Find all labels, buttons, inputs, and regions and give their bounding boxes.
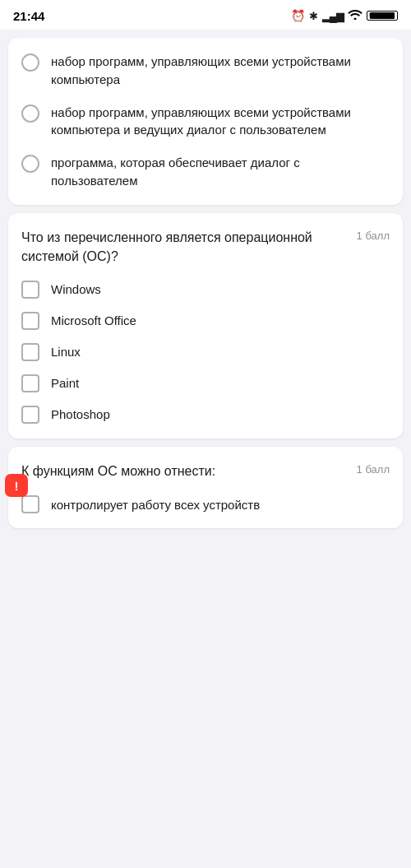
- checkbox-option-devices[interactable]: контролирует работу всех устройств: [21, 495, 390, 513]
- battery-icon: 53: [367, 11, 398, 21]
- signal-icon: ▂▄▆: [322, 10, 344, 22]
- checkbox-option-linux[interactable]: Linux: [21, 343, 390, 361]
- checkbox-paint[interactable]: [21, 374, 39, 392]
- radio-label-1: набор программ, управляющих всеми устрой…: [51, 53, 390, 89]
- radio-circle-1[interactable]: [21, 53, 39, 72]
- question-header: Что из перечисленного является операцион…: [21, 228, 390, 266]
- card-radio: набор программ, управляющих всеми устрой…: [8, 38, 403, 205]
- checkbox-label-photoshop: Photoshop: [51, 407, 110, 421]
- radio-circle-2[interactable]: [21, 104, 39, 123]
- checkbox-label-paint: Paint: [51, 376, 79, 390]
- question-header-3: К функциям ОС можно отнести: 1 балл: [21, 462, 390, 480]
- question-score-3: 1 балл: [357, 463, 390, 476]
- checkbox-option-paint[interactable]: Paint: [21, 374, 390, 392]
- alarm-icon: ⏰: [291, 9, 305, 22]
- radio-option-1[interactable]: набор программ, управляющих всеми устрой…: [21, 53, 390, 89]
- checkbox-windows[interactable]: [21, 281, 39, 299]
- wifi-icon: [348, 9, 363, 22]
- radio-label-3: программа, которая обеспечивает диалог с…: [51, 154, 390, 190]
- checkbox-photoshop[interactable]: [21, 406, 39, 424]
- radio-label-2: набор программ, управляющих всеми устрой…: [51, 104, 390, 140]
- checkbox-option-msoffice[interactable]: Microsoft Office: [21, 312, 390, 330]
- checkbox-label-linux: Linux: [51, 345, 81, 359]
- question-score: 1 балл: [357, 230, 390, 242]
- checkbox-option-windows[interactable]: Windows: [21, 281, 390, 299]
- checkbox-msoffice[interactable]: [21, 312, 39, 330]
- radio-option-3[interactable]: программа, которая обеспечивает диалог с…: [21, 154, 390, 190]
- checkbox-devices[interactable]: [21, 495, 39, 513]
- checkbox-label-devices: контролирует работу всех устройств: [51, 498, 260, 512]
- checkbox-label-windows: Windows: [51, 282, 101, 296]
- card-checkbox: Что из перечисленного является операцион…: [8, 213, 403, 439]
- alert-bubble: !: [5, 474, 28, 497]
- card-functions: ! К функциям ОС можно отнести: 1 балл ко…: [8, 447, 403, 528]
- checkbox-label-msoffice: Microsoft Office: [51, 313, 136, 327]
- status-time: 21:44: [13, 9, 44, 23]
- question-text-3: К функциям ОС можно отнести:: [21, 462, 349, 480]
- radio-option-2[interactable]: набор программ, управляющих всеми устрой…: [21, 104, 390, 140]
- status-icons: ⏰ ✱ ▂▄▆ 53: [291, 9, 398, 22]
- checkbox-option-photoshop[interactable]: Photoshop: [21, 406, 390, 424]
- radio-circle-3[interactable]: [21, 155, 39, 173]
- bluetooth-icon: ✱: [309, 10, 318, 22]
- question-text: Что из перечисленного является операцион…: [21, 228, 349, 266]
- checkbox-linux[interactable]: [21, 343, 39, 361]
- status-bar: 21:44 ⏰ ✱ ▂▄▆ 53: [0, 0, 411, 30]
